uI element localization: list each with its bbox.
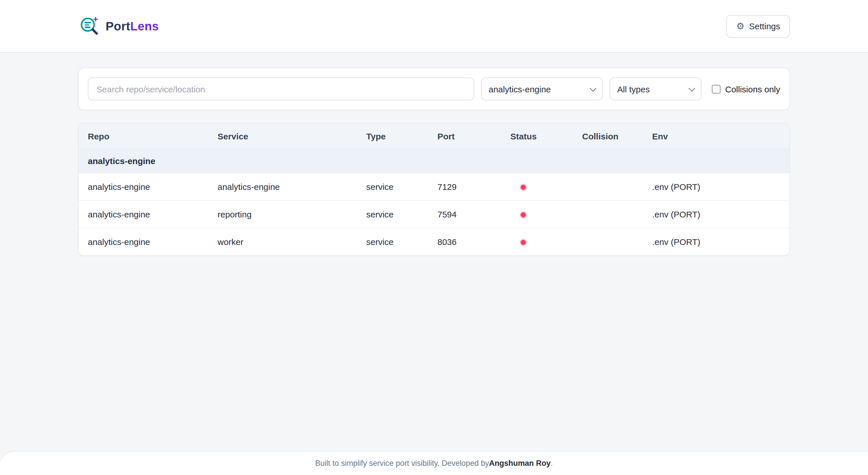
chevron-down-icon [590, 85, 596, 92]
table-row: analytics-engine reporting service 7594 … [79, 201, 789, 228]
status-down-dot-icon [521, 185, 526, 190]
collision-cell [573, 173, 643, 201]
collisions-only-control: Collisions only [712, 84, 780, 94]
gear-icon: ⚙ [736, 22, 745, 31]
collision-cell [573, 228, 643, 255]
env-cell: .env (PORT) [643, 201, 789, 228]
repo-group-row: analytics-engine [79, 149, 789, 173]
col-header-service: Service [208, 123, 357, 149]
col-header-status: Status [501, 123, 573, 149]
type-cell: service [357, 173, 428, 201]
port-cell: 7594 [428, 201, 501, 228]
portlens-app: PortLens ⚙ Settings analytics-engine All… [0, 0, 868, 475]
top-bar: PortLens ⚙ Settings [0, 0, 868, 53]
col-header-repo: Repo [79, 123, 208, 149]
footer-text: Built to simplify service port visibilit… [315, 459, 489, 468]
table-header-row: Repo Service Type Port Status Collision … [79, 123, 789, 149]
repo-filter-select[interactable]: analytics-engine [481, 77, 603, 100]
ports-table: Repo Service Type Port Status Collision … [79, 123, 789, 255]
filter-bar: analytics-engine All types Collisions on… [78, 68, 790, 110]
col-header-env: Env [643, 123, 789, 149]
type-cell: service [357, 228, 428, 255]
brand-name-lens: Lens [130, 19, 159, 32]
col-header-collision: Collision [573, 123, 643, 149]
repo-group-label: analytics-engine [79, 149, 789, 173]
port-cell: 8036 [428, 228, 501, 255]
status-down-dot-icon [521, 212, 526, 217]
service-cell: worker [208, 228, 357, 255]
service-cell: analytics-engine [208, 173, 357, 201]
ports-table-card: Repo Service Type Port Status Collision … [78, 123, 790, 256]
env-cell: .env (PORT) [643, 173, 789, 201]
table-row: analytics-engine worker service 8036 .en… [79, 228, 789, 255]
env-cell: .env (PORT) [643, 228, 789, 255]
col-header-type: Type [357, 123, 428, 149]
status-down-dot-icon [521, 240, 526, 245]
main-content: analytics-engine All types Collisions on… [0, 53, 868, 451]
chevron-down-icon [689, 85, 695, 92]
type-cell: service [357, 201, 428, 228]
table-row: analytics-engine analytics-engine servic… [79, 173, 789, 201]
brand-name-port: Port [105, 19, 130, 32]
repo-cell: analytics-engine [79, 201, 208, 228]
service-cell: reporting [208, 201, 357, 228]
repo-filter-value: analytics-engine [489, 84, 551, 94]
footer-author-link[interactable]: Angshuman Roy [489, 459, 551, 468]
settings-label: Settings [749, 21, 780, 31]
col-header-port: Port [428, 123, 501, 149]
type-filter-select[interactable]: All types [610, 77, 702, 100]
footer: Built to simplify service port visibilit… [0, 451, 868, 475]
collision-cell [573, 201, 643, 228]
repo-cell: analytics-engine [79, 173, 208, 201]
repo-cell: analytics-engine [79, 228, 208, 255]
search-input[interactable] [88, 77, 474, 100]
status-cell [501, 173, 573, 201]
settings-button[interactable]: ⚙ Settings [726, 14, 790, 38]
brand: PortLens [78, 14, 159, 38]
portlens-logo-icon [78, 14, 101, 38]
collisions-only-label[interactable]: Collisions only [725, 84, 780, 94]
brand-name: PortLens [105, 19, 159, 33]
status-cell [501, 201, 573, 228]
port-cell: 7129 [428, 173, 501, 201]
type-filter-value: All types [617, 84, 650, 94]
collisions-only-checkbox[interactable] [712, 84, 720, 93]
footer-suffix: . [551, 459, 553, 468]
status-cell [501, 228, 573, 255]
